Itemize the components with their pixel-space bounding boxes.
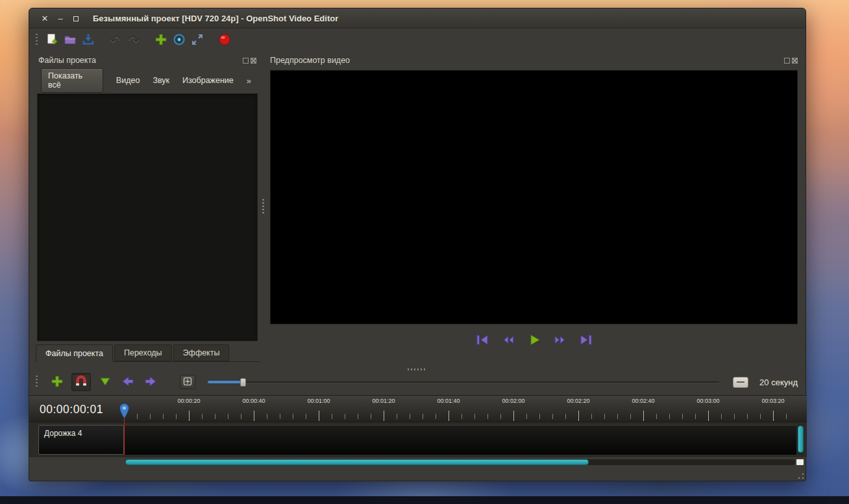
timeline-tracks: Дорожка 4 xyxy=(29,422,807,457)
redo-icon: ↷ xyxy=(129,34,140,47)
filter-video[interactable]: Видео xyxy=(116,76,140,85)
timeline-zoom-slider[interactable] xyxy=(208,376,719,389)
record-icon xyxy=(217,32,232,49)
main-toolbar: ↶ ↷ xyxy=(29,29,806,52)
window-resize-grip[interactable] xyxy=(797,472,805,480)
rewind-icon xyxy=(500,333,516,349)
arrow-left-icon xyxy=(120,374,136,390)
next-marker-button[interactable] xyxy=(142,374,159,390)
slider-groove xyxy=(208,381,719,383)
play-button[interactable] xyxy=(525,332,543,349)
project-files-title: Файлы проекта xyxy=(38,56,96,65)
undo-icon: ↶ xyxy=(110,34,121,47)
video-preview-panel: Предпросмотр видео xyxy=(266,52,802,362)
maximize-icon xyxy=(73,16,79,21)
ruler-mark: 00:01:00 xyxy=(299,398,338,420)
left-panel-tabbar: Файлы проекта Переходы Эффекты xyxy=(34,341,260,362)
filter-image[interactable]: Изображение xyxy=(182,76,234,85)
timeline-splitter[interactable] xyxy=(29,361,806,368)
new-project-button[interactable] xyxy=(43,31,61,49)
arrow-right-icon xyxy=(143,374,158,390)
jump-end-icon xyxy=(578,333,594,349)
toolbar-grip[interactable] xyxy=(36,34,38,47)
video-preview-screen xyxy=(270,70,798,324)
ruler-mark: 00:02:20 xyxy=(559,398,598,420)
track-label[interactable]: Дорожка 4 xyxy=(38,425,124,455)
maximize-button[interactable] xyxy=(68,8,84,29)
video-preview-title: Предпросмотр видео xyxy=(270,56,350,65)
window-title: Безымянный проект [HDV 720 24p] - OpenSh… xyxy=(93,14,338,23)
fullscreen-icon xyxy=(190,32,204,49)
slider-fill xyxy=(208,381,241,383)
ruler-mark: 00:01:40 xyxy=(429,398,468,420)
previous-marker-button[interactable] xyxy=(119,374,136,390)
close-panel-icon[interactable] xyxy=(251,58,256,64)
jump-end-button[interactable] xyxy=(577,332,595,349)
titlebar[interactable]: ✕ – Безымянный проект [HDV 720 24p] - Op… xyxy=(29,8,806,29)
timeline-section: 20 секунд 00:00:00:01 00:00:20 00:00:40 … xyxy=(29,369,807,482)
add-marker-button[interactable] xyxy=(97,374,114,390)
filter-show-all[interactable]: Показать всё xyxy=(41,68,103,93)
timeline-ruler[interactable]: 00:00:20 00:00:40 00:01:00 00:01:20 00:0… xyxy=(124,396,796,423)
undo-button[interactable]: ↶ xyxy=(106,31,125,49)
horizontal-scroll-thumb[interactable] xyxy=(125,459,589,465)
zoom-scale-icon xyxy=(737,381,744,383)
ruler-mark: 00:03:00 xyxy=(689,398,728,420)
vertical-scroll-thumb[interactable] xyxy=(798,426,804,453)
slider-handle[interactable] xyxy=(240,378,246,387)
playback-controls xyxy=(266,330,802,352)
fullscreen-button[interactable] xyxy=(188,31,206,49)
save-icon xyxy=(81,32,95,49)
fast-forward-icon xyxy=(552,333,568,349)
save-project-button[interactable] xyxy=(79,31,97,49)
rewind-button[interactable] xyxy=(499,332,517,349)
track-row[interactable] xyxy=(124,425,796,455)
close-panel-icon[interactable] xyxy=(792,58,798,64)
project-files-header: Файлы проекта xyxy=(34,52,260,69)
close-button[interactable]: ✕ xyxy=(37,8,53,29)
splitter-handle-icon xyxy=(262,199,264,215)
add-track-button[interactable] xyxy=(49,374,66,390)
redo-button[interactable]: ↷ xyxy=(125,31,143,49)
panel-splitter[interactable] xyxy=(260,52,266,362)
razor-tool-button[interactable] xyxy=(180,375,195,389)
project-files-list[interactable] xyxy=(37,93,258,341)
timeline-toolbar-grip[interactable] xyxy=(36,376,38,389)
float-panel-icon[interactable] xyxy=(784,58,790,64)
tab-project-files[interactable]: Файлы проекта xyxy=(36,344,113,362)
ruler-mark: 00:02:40 xyxy=(624,398,663,420)
ruler-mark: 00:03:20 xyxy=(754,398,793,420)
open-project-button[interactable] xyxy=(61,31,79,49)
openshot-window: ✕ – Безымянный проект [HDV 720 24p] - Op… xyxy=(29,8,806,481)
jump-start-button[interactable] xyxy=(473,332,491,349)
filter-audio[interactable]: Звук xyxy=(153,76,169,85)
zoom-scale-button[interactable] xyxy=(733,377,748,388)
jump-start-icon xyxy=(474,333,490,349)
playhead-marker[interactable] xyxy=(119,403,130,420)
razor-icon xyxy=(183,377,192,388)
float-panel-icon[interactable] xyxy=(243,58,249,64)
snapping-toggle-button[interactable] xyxy=(71,373,91,391)
video-preview-header: Предпросмотр видео xyxy=(266,52,802,69)
desktop: ✕ – Безымянный проект [HDV 720 24p] - Op… xyxy=(0,0,849,504)
profile-icon xyxy=(172,32,186,49)
ruler-mark: 00:00:40 xyxy=(234,398,273,420)
minimize-button[interactable]: – xyxy=(53,8,68,29)
open-folder-icon xyxy=(63,32,77,49)
choose-profile-button[interactable] xyxy=(170,31,188,49)
add-files-button[interactable] xyxy=(152,31,170,49)
tab-transitions[interactable]: Переходы xyxy=(114,344,172,361)
timeline-toolbar: 20 секунд xyxy=(29,369,807,395)
fast-forward-button[interactable] xyxy=(551,332,569,349)
tab-effects[interactable]: Эффекты xyxy=(173,344,230,361)
tracks-vertical-scrollbar[interactable] xyxy=(798,425,804,455)
play-icon xyxy=(526,333,542,349)
file-filter-bar: Показать всё Видео Звук Изображение » xyxy=(34,69,260,92)
marker-down-icon xyxy=(98,374,112,390)
ruler-mark: 00:00:20 xyxy=(169,398,208,420)
filters-overflow-button[interactable]: » xyxy=(247,76,254,86)
new-project-icon xyxy=(45,32,59,49)
zoom-scale-label: 20 секунд xyxy=(759,378,798,387)
timeline-horizontal-scrollbar[interactable] xyxy=(125,459,795,465)
export-video-button[interactable] xyxy=(215,31,234,49)
